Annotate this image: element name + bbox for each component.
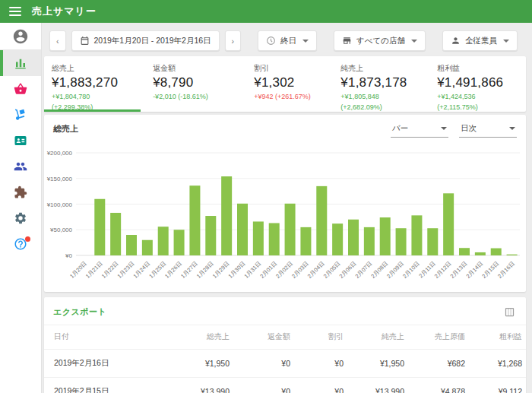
bar-2月01日[interactable] — [269, 223, 280, 255]
next-period-button[interactable]: › — [225, 30, 242, 51]
x-axis-tick: 2月10日 — [401, 260, 421, 280]
sidebar-item-inventory[interactable] — [0, 102, 41, 128]
y-axis-tick: ¥50,000 — [49, 227, 72, 233]
kpi-card-3[interactable]: 割引¥1,302+¥942 (+261.67%) — [246, 56, 333, 112]
column-header[interactable]: 総売上 — [173, 325, 234, 350]
clock-icon — [266, 36, 276, 46]
kpi-card-5[interactable]: 粗利益¥1,491,866+¥1,424,536(+2,115.75%) — [429, 56, 526, 112]
column-header[interactable]: 純売上 — [348, 325, 409, 350]
sidebar-item-customers[interactable] — [0, 128, 41, 154]
bar-2月16日[interactable] — [507, 255, 518, 255]
column-settings-button[interactable] — [502, 305, 517, 319]
y-axis-tick: ¥200,000 — [46, 150, 73, 157]
id-card-icon — [14, 134, 27, 147]
bar-2月03日[interactable] — [300, 227, 311, 255]
bar-2月12日[interactable] — [443, 193, 454, 255]
sidebar-item-reports[interactable] — [0, 50, 41, 76]
x-axis-tick: 1月20日 — [68, 260, 88, 280]
store-icon — [342, 36, 352, 46]
bar-2月13日[interactable] — [459, 248, 470, 255]
table-cell: ¥1,950 — [173, 350, 234, 378]
bar-2月09日[interactable] — [396, 228, 407, 255]
sidebar-item-items[interactable] — [0, 76, 41, 102]
kpi-label: 粗利益 — [437, 63, 521, 74]
app-window: 売上サマリー ‹ 2019年1月20日 - 2019年2月16日 › 終日 — [0, 0, 532, 393]
kpi-delta-pct: (+2,299.38%) — [52, 103, 141, 112]
column-header[interactable]: 売上原価 — [409, 325, 470, 350]
bar-1月22日[interactable] — [110, 213, 121, 255]
x-axis-tick: 2月05日 — [322, 260, 342, 280]
columns-icon — [504, 306, 515, 318]
table-cell: ¥0 — [295, 378, 348, 393]
staff-filter-dropdown[interactable]: 全従業員 — [442, 30, 518, 51]
chart-interval-select[interactable]: 日次 — [459, 123, 517, 138]
column-header[interactable]: 返金額 — [234, 325, 295, 350]
puzzle-icon — [14, 185, 27, 199]
bar-1月30日[interactable] — [237, 204, 248, 255]
sidebar — [0, 23, 42, 393]
kpi-label: 割引 — [254, 63, 328, 74]
bar-2月11日[interactable] — [427, 228, 438, 255]
kpi-delta-pct: (+2,682.09%) — [340, 103, 425, 112]
kpi-label: 返金額 — [153, 63, 242, 74]
bar-2月10日[interactable] — [411, 215, 422, 255]
column-header[interactable]: 日付 — [44, 325, 173, 350]
bar-2月04日[interactable] — [316, 186, 327, 255]
bar-1月21日[interactable] — [94, 199, 105, 255]
kpi-card-1[interactable]: 総売上¥1,883,270+¥1,804,780(+2,299.38%) — [44, 56, 145, 112]
bar-1月29日[interactable] — [221, 176, 232, 255]
kpi-delta-pct: (+2,115.75%) — [437, 103, 521, 112]
time-filter-dropdown[interactable]: 終日 — [258, 30, 317, 51]
table-row[interactable]: 2019年2月16日¥1,950¥0¥0¥1,950¥682¥1,26865.0… — [44, 350, 526, 378]
kpi-card-4[interactable]: 純売上¥1,873,178+¥1,805,848(+2,682.09%) — [333, 56, 429, 112]
export-panel: エクスポート 日付総売上返金額割引純売上売上原価粗利益マージン 2019年2月1… — [44, 297, 526, 393]
x-axis-tick: 1月29日 — [211, 260, 231, 280]
x-axis-tick: 2月03日 — [290, 260, 310, 280]
bar-2月15日[interactable] — [491, 249, 502, 255]
prev-period-button[interactable]: ‹ — [49, 30, 66, 51]
export-title[interactable]: エクスポート — [53, 306, 106, 318]
bar-1月23日[interactable] — [126, 235, 137, 255]
gear-icon — [14, 211, 27, 225]
sidebar-item-help[interactable] — [0, 231, 41, 257]
caret-down-icon — [411, 40, 417, 43]
store-filter-dropdown[interactable]: すべての店舗 — [334, 30, 426, 51]
bar-chart-icon — [14, 56, 27, 70]
bar-1月31日[interactable] — [253, 221, 264, 255]
bar-2月08日[interactable] — [380, 217, 391, 255]
table-cell: ¥0 — [234, 350, 295, 378]
bar-1月24日[interactable] — [142, 240, 153, 255]
kpi-delta: -¥2,010 (-18.61%) — [153, 92, 242, 101]
sidebar-item-settings[interactable] — [0, 205, 41, 231]
main-content: ‹ 2019年1月20日 - 2019年2月16日 › 終日 — [42, 23, 532, 393]
menu-icon[interactable] — [9, 7, 21, 16]
kpi-summary-panel: 総売上¥1,883,270+¥1,804,780(+2,299.38%)返金額¥… — [44, 56, 526, 112]
sidebar-item-apps[interactable] — [0, 179, 41, 205]
column-header[interactable]: 粗利益 — [470, 325, 526, 350]
bar-2月14日[interactable] — [475, 252, 486, 255]
kpi-value: ¥1,302 — [254, 75, 328, 90]
bar-chart: ¥200,000¥150,000¥100,000¥50,000¥01月20日1月… — [44, 141, 526, 292]
sidebar-item-account[interactable] — [0, 23, 41, 50]
table-cell: ¥4,878 — [409, 378, 470, 393]
bar-2月05日[interactable] — [332, 223, 343, 255]
chart-type-select[interactable]: バー — [391, 123, 448, 138]
bar-2月02日[interactable] — [285, 204, 296, 255]
kpi-delta: +¥1,804,780 — [52, 92, 141, 101]
x-axis-tick: 1月22日 — [100, 260, 120, 280]
bar-1月25日[interactable] — [158, 227, 169, 255]
bar-1月28日[interactable] — [205, 216, 216, 255]
kpi-value: ¥1,883,270 — [52, 75, 141, 90]
bar-1月27日[interactable] — [189, 185, 200, 255]
column-header[interactable]: 割引 — [295, 325, 348, 350]
hand-truck-icon — [14, 108, 27, 122]
calendar-icon — [80, 36, 90, 46]
bar-1月26日[interactable] — [174, 230, 185, 255]
bar-2月07日[interactable] — [364, 227, 375, 255]
date-range-button[interactable]: 2019年1月20日 - 2019年2月16日 — [71, 30, 220, 51]
kpi-card-2[interactable]: 返金額¥8,790-¥2,010 (-18.61%) — [145, 56, 246, 112]
page-title: 売上サマリー — [32, 5, 97, 18]
table-row[interactable]: 2019年2月15日¥13,990¥0¥0¥13,990¥4,878¥9,112… — [44, 378, 526, 393]
sidebar-item-employees[interactable] — [0, 154, 41, 179]
bar-2月06日[interactable] — [348, 220, 359, 255]
